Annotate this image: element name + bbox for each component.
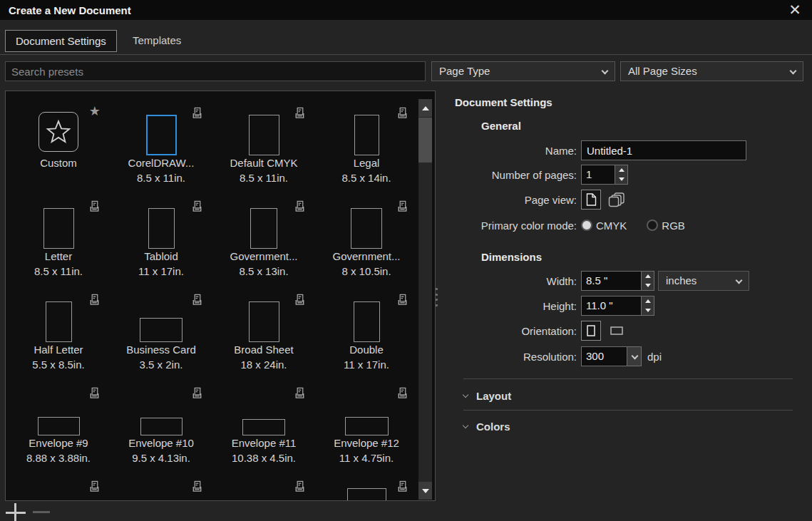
preset-size: 8.5 x 11in. [212, 170, 315, 186]
height-stepper[interactable]: 11.0 " [581, 296, 654, 316]
spin-down-button[interactable] [642, 281, 654, 290]
width-stepper[interactable]: 8.5 " [581, 271, 654, 291]
page-thumbnail [38, 417, 80, 435]
tab-document-settings[interactable]: Document Settings [5, 30, 117, 52]
page-thumbnail [43, 208, 74, 249]
preset-item-government[interactable]: Government...8.5 x 13in. [212, 193, 315, 287]
preset-name: Letter [7, 249, 110, 264]
section-colors[interactable]: Colors [463, 418, 510, 435]
preset-name: Government... [212, 249, 315, 264]
preset-name: CorelDRAW... [110, 155, 212, 170]
cmyk-radio[interactable] [581, 220, 592, 231]
page-thumbnail [46, 301, 72, 342]
preset-item-default-cmyk[interactable]: Default CMYK8.5 x 11in. [212, 100, 315, 193]
vertical-scrollbar[interactable] [418, 99, 432, 500]
page-thumbnail [242, 419, 285, 435]
portrait-orientation-button[interactable] [581, 321, 601, 341]
page-thumbnail [249, 115, 279, 155]
panel-splitter-handle[interactable] [436, 288, 438, 306]
spin-up-button[interactable] [642, 296, 654, 306]
scroll-down-button[interactable] [418, 482, 432, 500]
rgb-radio[interactable] [647, 220, 658, 231]
printer-icon [88, 294, 101, 309]
tab-templates[interactable]: Templates [123, 30, 191, 52]
preset-item-legal[interactable]: Legal8.5 x 14in. [315, 100, 418, 193]
height-label: Height: [455, 300, 581, 312]
triangle-up-icon [645, 274, 651, 278]
page-thumbnail [345, 417, 389, 435]
tab-bar: Document Settings Templates [0, 29, 812, 53]
units-dropdown[interactable]: inches [658, 271, 749, 291]
preset-item[interactable] [7, 473, 110, 501]
document-name-field[interactable] [581, 140, 746, 160]
triangle-down-icon [619, 177, 625, 181]
colors-section-label: Colors [476, 421, 510, 433]
page-thumbnail [140, 418, 183, 435]
number-of-pages-stepper[interactable]: 1 [581, 165, 628, 185]
printer-icon [88, 387, 101, 402]
resolution-combobox[interactable]: 300 [581, 346, 642, 366]
preset-item[interactable] [315, 473, 418, 501]
name-label: Name: [455, 145, 581, 157]
resolution-dropdown-button[interactable] [627, 347, 641, 366]
add-preset-button[interactable] [6, 503, 26, 521]
page-thumbnail [249, 301, 279, 342]
preset-name: Envelope #9 [7, 435, 110, 450]
preset-name: Broad Sheet [212, 342, 315, 357]
remove-preset-button[interactable] [33, 511, 50, 513]
preset-item-letter[interactable]: Letter8.5 x 11in. [7, 193, 110, 287]
preset-item-envelope-9[interactable]: Envelope #98.88 x 3.88in. [7, 380, 110, 473]
spin-down-button[interactable] [615, 175, 627, 184]
page-thumbnail [354, 301, 380, 342]
units-value: inches [666, 274, 697, 287]
spin-up-button[interactable] [615, 165, 627, 175]
page-thumbnail [146, 115, 177, 155]
section-layout[interactable]: Layout [463, 387, 511, 404]
pages-value: 1 [582, 165, 615, 184]
custom-preset-icon [38, 112, 78, 152]
rgb-label[interactable]: RGB [662, 220, 685, 232]
page-sizes-dropdown[interactable]: All Page Sizes [620, 61, 803, 81]
preset-item-coreldraw[interactable]: CorelDRAW...8.5 x 11in. [110, 100, 212, 193]
preset-item-broad-sheet[interactable]: Broad Sheet18 x 24in. [212, 287, 315, 380]
page-type-dropdown[interactable]: Page Type [431, 61, 615, 81]
preset-name: Envelope #10 [110, 435, 212, 450]
printer-icon [191, 107, 203, 122]
preset-size: 8.88 x 3.88in. [7, 450, 110, 466]
preset-item[interactable] [212, 473, 315, 501]
preset-item-envelope-12[interactable]: Envelope #1211 x 4.75in. [315, 380, 418, 473]
landscape-orientation-button[interactable] [607, 321, 627, 341]
printer-icon [191, 294, 203, 309]
search-presets-input[interactable] [5, 61, 426, 81]
preset-size: 3.5 x 2in. [110, 357, 212, 373]
page-thumbnail [351, 208, 382, 249]
preset-item[interactable] [110, 473, 212, 501]
section-divider [463, 378, 793, 379]
preset-item-tabloid[interactable]: Tabloid11 x 17in. [110, 193, 212, 287]
spin-up-button[interactable] [642, 272, 654, 281]
cmyk-label[interactable]: CMYK [596, 220, 627, 232]
scroll-up-button[interactable] [418, 99, 432, 117]
preset-item-half-letter[interactable]: Half Letter5.5 x 8.5in. [7, 287, 110, 380]
preset-size: 11 x 4.75in. [315, 450, 418, 466]
preset-name: Half Letter [7, 342, 110, 357]
preset-item-government[interactable]: Government...8 x 10.5in. [315, 193, 418, 287]
preset-item-business-card[interactable]: Business Card3.5 x 2in. [110, 287, 212, 380]
width-value: 8.5 " [582, 272, 641, 290]
printer-icon [294, 387, 306, 402]
preset-name: Double [315, 342, 418, 357]
spin-down-button[interactable] [642, 306, 654, 315]
preset-item-envelope-10[interactable]: Envelope #109.5 x 4.13in. [110, 380, 212, 473]
scrollbar-thumb[interactable] [418, 118, 432, 163]
resolution-value: 300 [582, 347, 627, 366]
printer-icon [294, 294, 306, 309]
close-icon[interactable]: ✕ [785, 0, 805, 20]
chevron-down-icon [632, 353, 639, 360]
preset-item-double[interactable]: Double11 x 17in. [315, 287, 418, 380]
height-value: 11.0 " [582, 296, 641, 315]
printer-icon [88, 480, 101, 495]
multi-page-view-button[interactable] [607, 190, 627, 210]
preset-item-custom[interactable]: ★Custom [7, 100, 110, 193]
single-page-view-button[interactable] [581, 190, 601, 210]
preset-item-envelope-11[interactable]: Envelope #1110.38 x 4.5in. [212, 380, 315, 473]
